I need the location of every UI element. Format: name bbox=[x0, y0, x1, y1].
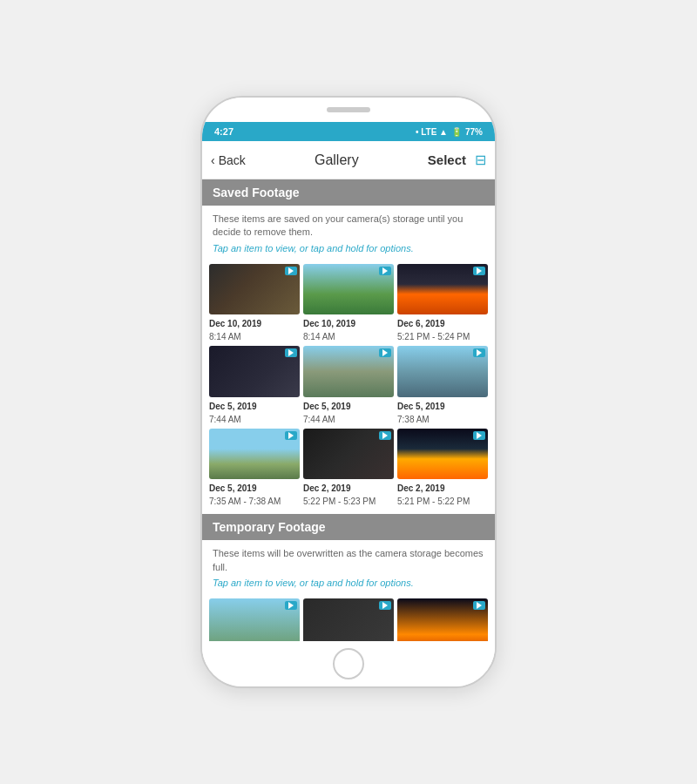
saved-footage-hint: Tap an item to view, or tap and hold for… bbox=[202, 241, 495, 260]
item-time: 7:44 AM bbox=[303, 414, 394, 425]
status-right: • LTE ▲ 🔋 77% bbox=[416, 127, 483, 137]
temporary-footage-desc: These items will be overwritten as the c… bbox=[202, 540, 495, 576]
list-item[interactable]: Dec 10, 2019 8:14 AM bbox=[303, 264, 394, 343]
item-date: Dec 5, 2019 bbox=[397, 401, 488, 412]
item-date: Dec 5, 2019 bbox=[209, 401, 300, 412]
video-badge-icon bbox=[473, 267, 485, 275]
nav-right: Select ⊟ bbox=[428, 152, 486, 168]
item-time: 7:35 AM - 7:38 AM bbox=[209, 496, 300, 507]
temporary-footage-hint: Tap an item to view, or tap and hold for… bbox=[202, 576, 495, 595]
thumbnail[interactable] bbox=[209, 346, 300, 397]
temporary-footage-grid bbox=[202, 595, 495, 641]
list-item[interactable]: Dec 2, 2019 5:21 PM - 5:22 PM bbox=[397, 429, 488, 508]
video-badge-icon bbox=[379, 431, 391, 440]
item-time: 7:44 AM bbox=[209, 414, 300, 425]
item-date: Dec 5, 2019 bbox=[303, 401, 394, 412]
item-time: 8:14 AM bbox=[303, 331, 394, 342]
thumbnail[interactable] bbox=[397, 429, 488, 480]
back-chevron-icon: ‹ bbox=[211, 153, 215, 167]
content-scroll[interactable]: Saved Footage These items are saved on y… bbox=[202, 179, 495, 641]
item-time: 8:14 AM bbox=[209, 331, 300, 342]
video-badge-icon bbox=[379, 601, 391, 610]
video-badge-icon bbox=[285, 348, 297, 357]
video-badge-icon bbox=[473, 431, 485, 440]
phone-frame: 4:27 • LTE ▲ 🔋 77% ‹ Back Gallery Select… bbox=[200, 96, 497, 688]
list-item[interactable]: Dec 10, 2019 8:14 AM bbox=[209, 264, 300, 343]
thumbnail[interactable] bbox=[303, 264, 394, 315]
thumbnail[interactable] bbox=[397, 346, 488, 397]
home-button[interactable] bbox=[333, 648, 364, 679]
phone-screen: 4:27 • LTE ▲ 🔋 77% ‹ Back Gallery Select… bbox=[202, 122, 495, 641]
video-badge-icon bbox=[285, 601, 297, 610]
thumbnail[interactable] bbox=[397, 264, 488, 315]
video-badge-icon bbox=[473, 601, 485, 610]
back-button[interactable]: ‹ Back bbox=[211, 153, 246, 167]
thumbnail[interactable] bbox=[303, 346, 394, 397]
temporary-footage-header: Temporary Footage bbox=[202, 514, 495, 540]
item-date: Dec 2, 2019 bbox=[303, 483, 394, 494]
item-date: Dec 10, 2019 bbox=[209, 318, 300, 329]
item-time: 5:21 PM - 5:22 PM bbox=[397, 496, 488, 507]
list-item[interactable]: Dec 6, 2019 5:21 PM - 5:24 PM bbox=[397, 264, 488, 343]
list-item[interactable]: Dec 2, 2019 5:22 PM - 5:23 PM bbox=[303, 429, 394, 508]
item-date: Dec 6, 2019 bbox=[397, 318, 488, 329]
saved-footage-header: Saved Footage bbox=[202, 179, 495, 206]
item-date: Dec 10, 2019 bbox=[303, 318, 394, 329]
battery-icon: 🔋 bbox=[451, 127, 462, 137]
video-badge-icon bbox=[473, 348, 485, 357]
item-time: 5:21 PM - 5:24 PM bbox=[397, 331, 488, 342]
list-item[interactable]: Dec 5, 2019 7:44 AM bbox=[209, 346, 300, 425]
battery-percent: 77% bbox=[465, 127, 483, 137]
thumbnail[interactable] bbox=[303, 429, 394, 480]
video-badge-icon bbox=[285, 267, 297, 275]
list-item[interactable]: Dec 5, 2019 7:44 AM bbox=[303, 346, 394, 425]
video-badge-icon bbox=[379, 267, 391, 275]
saved-footage-desc: These items are saved on your camera(s) … bbox=[202, 206, 495, 241]
item-time: 7:38 AM bbox=[397, 414, 488, 425]
list-item[interactable] bbox=[303, 598, 394, 641]
status-time: 4:27 bbox=[214, 126, 233, 137]
phone-top bbox=[202, 98, 495, 122]
phone-bottom bbox=[202, 641, 495, 686]
thumbnail[interactable] bbox=[209, 598, 300, 641]
list-item[interactable] bbox=[397, 598, 488, 641]
item-date: Dec 5, 2019 bbox=[209, 483, 300, 494]
nav-bar: ‹ Back Gallery Select ⊟ bbox=[202, 141, 495, 179]
list-item[interactable] bbox=[209, 598, 300, 641]
nav-title: Gallery bbox=[315, 152, 359, 168]
thumbnail[interactable] bbox=[397, 598, 488, 641]
select-button[interactable]: Select bbox=[428, 152, 466, 167]
thumbnail[interactable] bbox=[303, 598, 394, 641]
filter-icon[interactable]: ⊟ bbox=[475, 152, 486, 168]
saved-footage-grid: Dec 10, 2019 8:14 AM Dec 10, 2019 8:14 A… bbox=[202, 260, 495, 515]
speaker bbox=[327, 107, 370, 112]
video-badge-icon bbox=[285, 431, 297, 440]
list-item[interactable]: Dec 5, 2019 7:35 AM - 7:38 AM bbox=[209, 429, 300, 508]
item-time: 5:22 PM - 5:23 PM bbox=[303, 496, 394, 507]
video-badge-icon bbox=[379, 348, 391, 357]
back-label: Back bbox=[219, 153, 246, 167]
status-bar: 4:27 • LTE ▲ 🔋 77% bbox=[202, 122, 495, 141]
thumbnail[interactable] bbox=[209, 429, 300, 480]
thumbnail[interactable] bbox=[209, 264, 300, 315]
signal-icon: • LTE ▲ bbox=[416, 127, 448, 137]
item-date: Dec 2, 2019 bbox=[397, 483, 488, 494]
list-item[interactable]: Dec 5, 2019 7:38 AM bbox=[397, 346, 488, 425]
